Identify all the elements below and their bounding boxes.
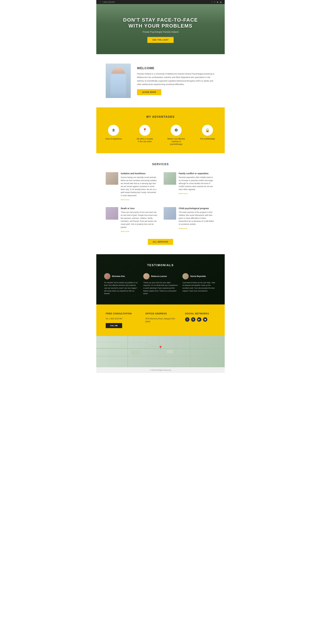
service-title-family: Family conflict or separation [179,172,215,175]
welcome-text: WELCOME Pamela Holland is a University o… [137,66,215,95]
hero-cta-button[interactable]: SEE THE LIGHT [147,37,174,43]
topbar: 📱 1-800-1234-567 f 𝕏 ▶ ◉ [96,0,225,4]
service-content-isolation: Isolation and loneliness Human beings ar… [121,172,157,201]
phone-icon: 📱 [100,1,102,3]
svg-line-6 [143,342,159,348]
learn-more-button[interactable]: LEARN MORE [137,89,161,95]
facebook-link[interactable]: f [212,1,212,3]
service-image-family [164,172,176,185]
service-image-death [106,207,118,220]
map-location-pin: 📍 [158,346,163,350]
testimonial-text-nicholas: Hi, Pamela! You've solved my problem in … [104,281,138,295]
testimonial-text-rebecca: Thank you very much for your rapid respo… [143,281,178,295]
footer-col-office: OFFICE ADDRESS 4578 Marmora Road, Glasgo… [145,312,176,328]
testimonial-item-rebecca: Rebecca Larson Thank you very much for y… [143,273,178,295]
testimonial-header-nicholas: Nicholas Kim [104,273,138,280]
footer-consultation-phone: Tel. 1-800-1234-567 [106,317,136,320]
map-section: 📍 [96,336,225,367]
hero-headline-line2: WITH YOUR PROBLEMS [128,23,192,29]
advantage-item-methods: ⚙ Modern and effectivemethods of psychot… [165,125,187,146]
footer-twitter-icon[interactable]: 𝕏 [191,317,196,322]
service-readmore-family[interactable]: Read more... [179,192,189,194]
avatar-gloria [182,273,189,280]
footer-col-consultation: FREE CONSULTATION Tel. 1-800-1234-567 CA… [106,312,136,328]
footer-youtube-icon[interactable]: ▶ [197,317,201,322]
welcome-body: Pamela Holland is a University of Melbou… [137,72,215,86]
hero-content: DON'T STAY FACE-TO-FACE WITH YOUR PROBLE… [123,17,198,43]
office-icon: 📍 [139,125,150,136]
testimonials-grid: Nicholas Kim Hi, Pamela! You've solved m… [102,273,218,295]
footer-social-heading: SOCIAL NETWORKS [185,312,215,315]
svg-rect-10 [120,344,126,348]
testimonial-name-nicholas: Nicholas Kim [112,275,125,278]
instagram-link[interactable]: ◉ [220,1,222,3]
service-title-isolation: Isolation and loneliness [121,172,157,175]
footer-facebook-icon[interactable]: f [185,317,190,322]
service-content-child: Child psychological program The basic pr… [179,207,215,230]
welcome-section: WELCOME Pamela Holland is a University o… [96,54,225,108]
twitter-link[interactable]: 𝕏 [214,1,216,3]
service-item-death: Death or loss There are many kinds of lo… [106,207,157,232]
avatar-nicholas [104,273,110,280]
service-body-death: There are many kinds of loss and each ha… [121,211,157,229]
testimonial-name-gloria: Gloria Reynolds [190,275,206,278]
confidentiality-icon: 🔒 [202,125,213,136]
years-icon: 8 [108,125,119,136]
advantage-item-confidentiality: 🔒 Full confidentiality [196,125,218,146]
testimonials-heading: TESTIMONIALS [102,264,218,267]
testimonials-section: TESTIMONIALS Nicholas Kim Hi, Pamela! Yo… [96,254,225,304]
service-item-child: Child psychological program The basic pr… [164,207,215,232]
testimonial-header-rebecca: Rebecca Larson [143,273,178,280]
footer-office-heading: OFFICE ADDRESS [145,312,176,315]
testimonial-item-gloria: Gloria Reynolds I just want to thank you… [182,273,217,295]
service-readmore-child[interactable]: Read more... [179,228,189,229]
youtube-link[interactable]: ▶ [217,1,218,3]
phone-number: 1-800-1234-567 [102,1,115,3]
hero-headline-line1: DON'T STAY FACE-TO-FACE [123,17,198,23]
services-heading: SERVICES [106,163,215,166]
service-item-family: Family conflict or separation Parental s… [164,172,215,201]
map-roads-svg [96,336,225,367]
office-label: My office is locatedin the city center [137,138,153,143]
call-me-button[interactable]: CALL ME [106,323,122,328]
service-title-child: Child psychological program [179,207,215,210]
advantages-heading: MY ADVANTAGES [102,115,218,118]
hero-section: DON'T STAY FACE-TO-FACE WITH YOUR PROBLE… [96,4,225,54]
services-grid: Isolation and loneliness Human beings ar… [106,172,215,232]
services-section: SERVICES Isolation and loneliness Human … [96,153,225,254]
footer-instagram-icon[interactable]: ◉ [203,317,207,322]
service-content-death: Death or loss There are many kinds of lo… [121,207,157,232]
testimonial-item-nicholas: Nicholas Kim Hi, Pamela! You've solved m… [104,273,138,295]
svg-rect-11 [131,350,140,355]
service-title-death: Death or loss [121,207,157,210]
hero-subtitle: Private Psychologist Pamela Holland [123,31,198,33]
footer-copyright: © 2016 All Rights Reserved [150,369,171,371]
avatar-rebecca [143,273,150,280]
topbar-social: f 𝕏 ▶ ◉ [212,1,222,3]
testimonial-header-gloria: Gloria Reynolds [182,273,217,280]
all-services-button[interactable]: ALL SERVICES [148,239,173,245]
footer-col-social: SOCIAL NETWORKS f 𝕏 ▶ ◉ [185,312,215,328]
welcome-photo [106,64,131,98]
psychologist-figure [110,67,126,98]
hero-headline: DON'T STAY FACE-TO-FACE WITH YOUR PROBLE… [123,17,198,29]
advantages-section: MY ADVANTAGES 8 Years of experience 📍 My… [96,108,225,153]
footer-office-address: 4578 Marmora Road, Glasgow D04 89GR [145,317,176,323]
topbar-phone: 📱 1-800-1234-567 [100,1,115,3]
footer-bottom: © 2016 All Rights Reserved [96,367,225,373]
methods-label: Modern and effectivemethods of psychothe… [165,138,187,146]
footer-social-icons: f 𝕏 ▶ ◉ [185,317,215,322]
service-image-isolation [106,172,118,185]
methods-icon: ⚙ [171,125,182,136]
service-readmore-isolation[interactable]: Read more... [121,199,131,200]
services-button-wrap: ALL SERVICES [106,239,215,245]
service-body-child: The basic premise of the program is that… [179,211,215,226]
advantage-item-office: 📍 My office is locatedin the city center [134,125,156,146]
years-label: Years of experience [105,138,122,140]
advantage-item-years: 8 Years of experience [102,125,124,146]
service-item-isolation: Isolation and loneliness Human beings ar… [106,172,157,201]
confidentiality-label: Full confidentiality [200,138,215,140]
service-readmore-death[interactable]: Read more... [121,230,131,232]
svg-rect-12 [167,350,173,353]
testimonial-text-gloria: I just want to thank you for your help. … [182,281,217,292]
